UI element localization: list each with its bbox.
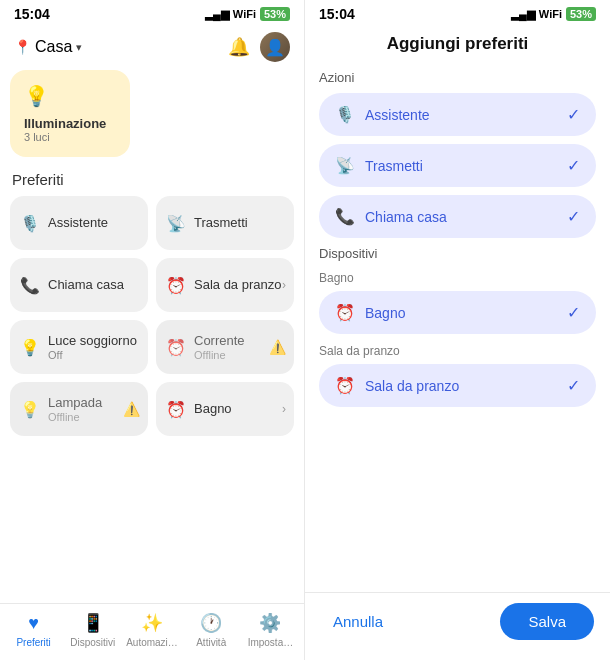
left-panel: 15:04 ▂▄▆ WiFi 53% 📍 Casa ▾ 🔔 👤 💡 Illumi… (0, 0, 305, 660)
time-right: 15:04 (319, 6, 355, 22)
thermostat-icon: ⏰ (166, 276, 186, 295)
fav-corrente-label: Corrente (194, 333, 245, 349)
preferiti-label: Preferiti (10, 171, 294, 188)
warning-icon-2: ⚠️ (123, 401, 140, 417)
mic-icon: 🎙️ (20, 214, 40, 233)
nav-dispositivi-label: Dispositivi (70, 637, 115, 648)
cast-icon-r: 📡 (335, 156, 355, 175)
home-label: Casa (35, 38, 72, 56)
check-chiama: ✓ (567, 207, 580, 226)
opt-chiama-label: Chiama casa (365, 209, 447, 225)
wifi-icon: WiFi (233, 8, 256, 20)
right-panel: 15:04 ▂▄▆ WiFi 53% Aggiungi preferiti Az… (305, 0, 610, 660)
time-left: 15:04 (14, 6, 50, 22)
dispositivi-label: Dispositivi (319, 246, 596, 261)
fav-trasmetti-label: Trasmetti (194, 215, 248, 231)
nav-automazioni-label: Automazi… (126, 637, 178, 648)
illuminazione-sub: 3 luci (24, 131, 116, 143)
azioni-label: Azioni (319, 70, 596, 85)
status-bar-right: 15:04 ▂▄▆ WiFi 53% (305, 0, 610, 26)
mic-icon-r: 🎙️ (335, 105, 355, 124)
fav-bagno-label: Bagno (194, 401, 232, 417)
bottom-nav: ♥ Preferiti 📱 Dispositivi ✨ Automazi… 🕐 … (0, 603, 304, 660)
option-bagno[interactable]: ⏰ Bagno ✓ (319, 291, 596, 334)
check-assistente: ✓ (567, 105, 580, 124)
fav-assistente-label: Assistente (48, 215, 108, 231)
check-bagno: ✓ (567, 303, 580, 322)
right-footer: Annulla Salva (305, 592, 610, 660)
status-icons-left: ▂▄▆ WiFi 53% (205, 7, 290, 21)
option-trasmetti[interactable]: 📡 Trasmetti ✓ (319, 144, 596, 187)
nav-preferiti[interactable]: ♥ Preferiti (4, 613, 63, 648)
chevron-right-icon: › (282, 278, 286, 292)
option-sala[interactable]: ⏰ Sala da pranzo ✓ (319, 364, 596, 407)
gear-icon: ⚙️ (259, 612, 281, 634)
fav-corrente[interactable]: ⏰ Corrente Offline ⚠️ (156, 320, 294, 374)
nav-dispositivi[interactable]: 📱 Dispositivi (63, 612, 122, 648)
chevron-down-icon: ▾ (76, 41, 82, 54)
clock-icon: 🕐 (200, 612, 222, 634)
opt-bagno-label: Bagno (365, 305, 405, 321)
fav-lampada-label: Lampada (48, 395, 102, 411)
thermostat-sala-icon: ⏰ (335, 376, 355, 395)
fav-trasmetti[interactable]: 📡 Trasmetti (156, 196, 294, 250)
check-trasmetti: ✓ (567, 156, 580, 175)
phone-icon: 📞 (20, 276, 40, 295)
nav-preferiti-label: Preferiti (16, 637, 50, 648)
status-icons-right: ▂▄▆ WiFi 53% (511, 7, 596, 21)
phone-icon-r: 📞 (335, 207, 355, 226)
nav-automazioni[interactable]: ✨ Automazi… (122, 612, 181, 648)
fav-lampada-sub: Offline (48, 411, 102, 423)
light-icon: 💡 (24, 84, 116, 108)
content-scroll: 💡 Illuminazione 3 luci Preferiti 🎙️ Assi… (0, 70, 304, 603)
salva-button[interactable]: Salva (500, 603, 594, 640)
fav-chiama-label: Chiama casa (48, 277, 124, 293)
devices-icon: 📱 (82, 612, 104, 634)
status-bar-left: 15:04 ▂▄▆ WiFi 53% (0, 0, 304, 26)
option-assistente[interactable]: 🎙️ Assistente ✓ (319, 93, 596, 136)
opt-trasmetti-label: Trasmetti (365, 158, 423, 174)
opt-sala-label: Sala da pranzo (365, 378, 459, 394)
opt-assistente-label: Assistente (365, 107, 430, 123)
fav-luce-soggiorno[interactable]: 💡 Luce soggiorno Off (10, 320, 148, 374)
fav-sala-pranzo[interactable]: ⏰ Sala da pranzo › (156, 258, 294, 312)
bagno-icon: ⏰ (166, 400, 186, 419)
fav-luce-label: Luce soggiorno (48, 333, 137, 349)
annulla-button[interactable]: Annulla (321, 605, 395, 638)
favorites-grid: 🎙️ Assistente 📡 Trasmetti 📞 Chiama casa (10, 196, 294, 436)
chevron-right-icon-2: › (282, 402, 286, 416)
fav-lampada[interactable]: 💡 Lampada Offline ⚠️ (10, 382, 148, 436)
warning-icon: ⚠️ (269, 339, 286, 355)
header-left: 📍 Casa ▾ 🔔 👤 (0, 26, 304, 70)
check-sala: ✓ (567, 376, 580, 395)
plug-icon: ⏰ (166, 338, 186, 357)
signal-icon-r: ▂▄▆ (511, 8, 535, 21)
thermostat-icon-r: ⏰ (335, 303, 355, 322)
nav-attivita[interactable]: 🕐 Attività (182, 612, 241, 648)
sala-sublabel: Sala da pranzo (319, 344, 596, 358)
bulb-icon: 💡 (20, 338, 40, 357)
fav-corrente-sub: Offline (194, 349, 245, 361)
home-selector[interactable]: 📍 Casa ▾ (14, 38, 82, 56)
option-chiama[interactable]: 📞 Chiama casa ✓ (319, 195, 596, 238)
nav-impostazioni[interactable]: ⚙️ Imposta… (241, 612, 300, 648)
lamp-icon: 💡 (20, 400, 40, 419)
nav-attivita-label: Attività (196, 637, 226, 648)
fav-chiama-casa[interactable]: 📞 Chiama casa (10, 258, 148, 312)
sparkle-icon: ✨ (141, 612, 163, 634)
battery-icon: 53% (260, 7, 290, 21)
battery-icon-r: 53% (566, 7, 596, 21)
illuminazione-card[interactable]: 💡 Illuminazione 3 luci (10, 70, 130, 157)
avatar[interactable]: 👤 (260, 32, 290, 62)
bagno-sublabel: Bagno (319, 271, 596, 285)
fav-bagno[interactable]: ⏰ Bagno › (156, 382, 294, 436)
wifi-icon-r: WiFi (539, 8, 562, 20)
location-icon: 📍 (14, 39, 31, 55)
fav-luce-sub: Off (48, 349, 137, 361)
signal-icon: ▂▄▆ (205, 8, 229, 21)
cast-icon: 📡 (166, 214, 186, 233)
bell-icon[interactable]: 🔔 (228, 36, 250, 58)
fav-sala-label: Sala da pranzo (194, 277, 281, 293)
right-title: Aggiungi preferiti (305, 26, 610, 66)
fav-assistente[interactable]: 🎙️ Assistente (10, 196, 148, 250)
